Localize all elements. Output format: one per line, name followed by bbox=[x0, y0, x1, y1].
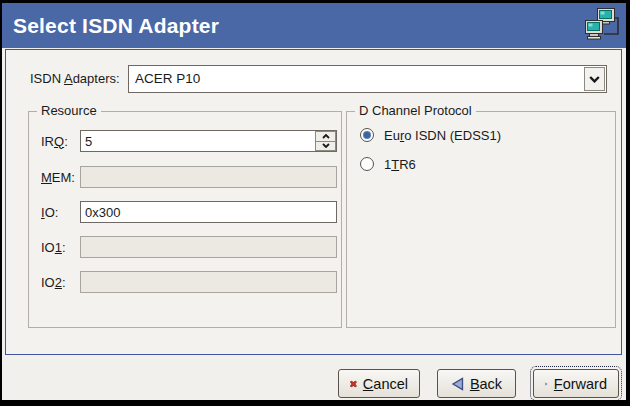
radio-euro-isdn[interactable]: Euro ISDN (EDSS1) bbox=[360, 126, 501, 144]
irq-input[interactable] bbox=[80, 130, 337, 152]
radio-1tr6-label: 1TR6 bbox=[384, 157, 416, 172]
chevron-down-icon bbox=[322, 143, 330, 148]
combobox-dropdown-button[interactable] bbox=[584, 67, 605, 91]
mem-input bbox=[80, 166, 337, 188]
back-button-label: Back bbox=[470, 376, 502, 392]
back-button[interactable]: Back bbox=[437, 369, 516, 398]
dialog-window: Select ISDN Adapter bbox=[0, 0, 630, 406]
io-label: IO: bbox=[41, 205, 80, 220]
resource-group-title: Resource bbox=[37, 103, 101, 118]
dialog-title: Select ISDN Adapter bbox=[13, 3, 219, 48]
io-row: IO: bbox=[41, 201, 337, 223]
radio-1tr6[interactable]: 1TR6 bbox=[360, 155, 416, 173]
d-channel-protocol-group: D Channel Protocol Euro ISDN (EDSS1) 1TR… bbox=[346, 111, 616, 328]
button-bar: Cancel Back Forward bbox=[338, 369, 619, 398]
isdn-adapter-combobox[interactable]: ACER P10 bbox=[128, 65, 607, 93]
spin-down-button[interactable] bbox=[315, 142, 336, 152]
network-computers-icon bbox=[584, 7, 621, 44]
arrow-left-icon bbox=[451, 377, 464, 391]
radio-euro-isdn-label: Euro ISDN (EDSS1) bbox=[384, 128, 501, 143]
irq-spinner bbox=[315, 131, 336, 151]
radio-button-icon bbox=[360, 157, 374, 171]
irq-spinbox bbox=[80, 130, 337, 152]
content-panel: ISDN Adapters: ACER P10 Resource IRQ: bbox=[5, 49, 622, 355]
io-input[interactable] bbox=[80, 201, 337, 223]
io2-input bbox=[80, 271, 337, 293]
mem-label: MEM: bbox=[41, 170, 80, 185]
io1-input bbox=[80, 236, 337, 258]
isdn-adapters-label: ISDN Adapters: bbox=[30, 65, 120, 93]
mem-row: MEM: bbox=[41, 166, 337, 188]
io2-label: IO2: bbox=[41, 275, 80, 290]
cancel-x-icon bbox=[350, 377, 357, 391]
spin-up-button[interactable] bbox=[315, 131, 336, 142]
io1-row: IO1: bbox=[41, 236, 337, 258]
titlebar: Select ISDN Adapter bbox=[2, 3, 626, 48]
arrow-right-icon bbox=[545, 377, 548, 391]
irq-label: IRQ: bbox=[41, 134, 80, 149]
d-channel-protocol-title: D Channel Protocol bbox=[355, 103, 476, 118]
cancel-button[interactable]: Cancel bbox=[338, 369, 420, 398]
chevron-up-icon bbox=[322, 134, 330, 139]
forward-button[interactable]: Forward bbox=[533, 369, 619, 398]
io2-row: IO2: bbox=[41, 271, 337, 293]
resource-group: Resource IRQ: bbox=[28, 111, 342, 328]
combobox-value: ACER P10 bbox=[135, 66, 580, 92]
cancel-button-label: Cancel bbox=[363, 376, 408, 392]
io1-label: IO1: bbox=[41, 240, 80, 255]
forward-button-label: Forward bbox=[554, 376, 607, 392]
chevron-down-icon bbox=[589, 76, 600, 83]
dialog-body: Select ISDN Adapter bbox=[2, 3, 626, 400]
irq-row: IRQ: bbox=[41, 130, 337, 152]
radio-button-icon bbox=[360, 128, 374, 142]
